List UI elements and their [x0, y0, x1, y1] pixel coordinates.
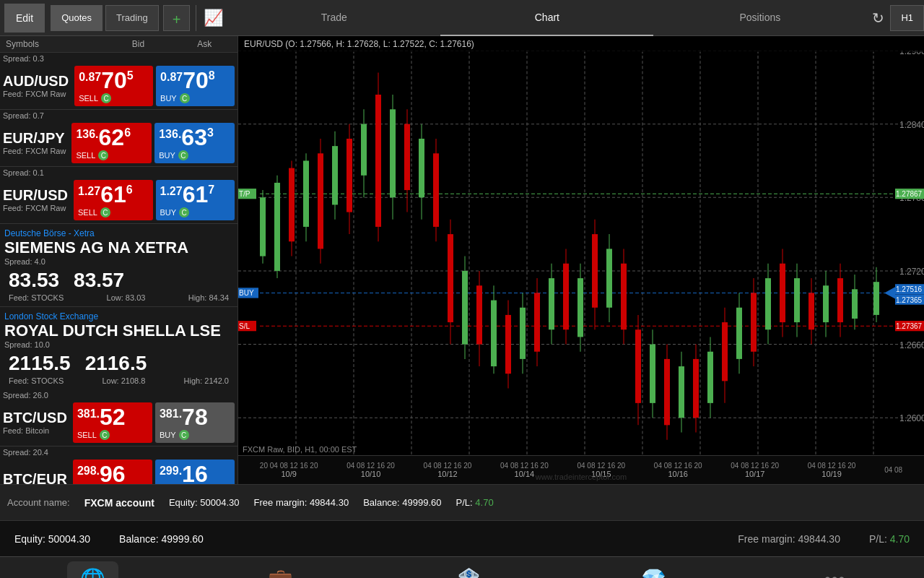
quotes-tab-button[interactable]: Quotes	[51, 5, 103, 31]
nav-brokers[interactable]: 🏦 Brokers	[442, 561, 494, 578]
siemens-ask: 83.57	[74, 269, 124, 292]
eurjpy-spread: Spread: 0.7	[3, 111, 235, 120]
bid-header: Bid	[105, 36, 172, 52]
audusd-feed: Feed: FXCM Raw	[3, 90, 69, 98]
svg-text:1.28400: 1.28400	[899, 120, 924, 130]
siemens-bid: 83.53	[9, 269, 59, 292]
nav-quotes[interactable]: 🌐 Quotes	[67, 561, 118, 578]
eurusd-feed: Feed: FXCM Raw	[3, 204, 68, 212]
audusd-buy-button[interactable]: 0.87708 BUYC	[156, 66, 235, 106]
svg-marker-107	[884, 287, 895, 298]
shell-spread: Spread: 10.0	[4, 340, 233, 349]
eurjpy-buy-button[interactable]: 136.633 BUYC	[154, 123, 235, 163]
nav-more[interactable]: ••• More	[812, 562, 856, 579]
siemens-feed: Feed: STOCKS	[9, 293, 64, 302]
bottom-free-margin: Free margin: 49844.30	[738, 533, 840, 545]
btcusd-spread: Spread: 26.0	[3, 391, 235, 400]
eurusd-sell-button[interactable]: 1.27616 SELLC	[74, 180, 153, 220]
nav-binary[interactable]: 💎 Binary	[629, 561, 678, 578]
siemens-low: Low: 83.03	[107, 293, 146, 302]
trading-tab-button[interactable]: Trading	[105, 5, 159, 31]
account-name-value: FXCM account	[84, 497, 154, 509]
btcusd-sell-button[interactable]: 381.52 SELLC	[73, 402, 152, 443]
svg-text:1.27365: 1.27365	[896, 296, 923, 304]
btceur-buy-button[interactable]: 299.16 BUYC	[155, 460, 235, 484]
audusd-sell-button[interactable]: 0.87705 SELLC	[74, 66, 153, 106]
account-name-label: Account name:	[7, 497, 70, 508]
siemens-section: Deutsche Börse - Xetra SIEMENS AG NA XET…	[0, 224, 237, 306]
positions-tab[interactable]: Positions	[653, 0, 866, 36]
btceur-row: Spread: 20.4 BTC/EUR 298.96 SELLC 299.16…	[0, 447, 237, 484]
siemens-detail: Feed: STOCKS Low: 83.03 High: 84.34	[4, 293, 233, 305]
pl-stat: P/L: 4.70	[456, 497, 494, 508]
svg-text:1.27516: 1.27516	[896, 285, 923, 293]
shell-ask: 2116.5	[85, 352, 147, 375]
more-nav-icon: •••	[824, 568, 845, 579]
deutsche-exchange: Deutsche Börse - Xetra	[4, 228, 233, 238]
svg-text:1.27200: 1.27200	[899, 267, 924, 277]
chart-nav-icon[interactable]: 📈	[204, 9, 223, 27]
quotes-nav-icon: 🌐	[80, 567, 105, 578]
eurusd-buy-button[interactable]: 1.27617 BUYC	[156, 180, 235, 220]
chart-bottom-info: FXCM Raw, BID, H1, 00:00 EST	[243, 445, 357, 454]
add-button[interactable]: +	[163, 5, 191, 31]
btcusd-name: BTC/USD	[3, 410, 67, 426]
audusd-row: Spread: 0.3 AUD/USD Feed: FXCM Raw 0.877…	[0, 53, 237, 110]
free-margin-stat: Free margin: 49844.30	[254, 497, 349, 508]
center-nav: Trade Chart Positions	[227, 0, 866, 36]
lse-exchange: London Stock Exchange	[4, 311, 233, 322]
main-content: Symbols Bid Ask Spread: 0.3 AUD/USD Feed…	[0, 36, 924, 484]
nav-portfolio[interactable]: 💼 Portfolio	[253, 561, 308, 578]
bottom-nav: 🌐 Quotes 💼 Portfolio 🏦 Brokers 💎 Binary …	[0, 556, 924, 578]
siemens-prices: 83.53 83.57	[4, 267, 233, 293]
shell-prices: 2115.5 2116.5	[4, 350, 233, 376]
portfolio-nav-icon: 💼	[268, 567, 293, 578]
svg-text:BUY: BUY	[239, 289, 254, 297]
timeframe-button[interactable]: H1	[890, 5, 924, 31]
btceur-name: BTC/EUR	[3, 471, 67, 485]
siemens-name: SIEMENS AG NA XETRA	[4, 238, 233, 257]
equity-stat: Equity: 50004.30	[169, 497, 240, 508]
ask-header: Ask	[171, 36, 237, 52]
shell-high: High: 2142.0	[184, 376, 229, 385]
refresh-icon[interactable]: ↻	[872, 9, 884, 27]
binary-nav-icon: 💎	[641, 567, 666, 578]
eurjpy-feed: Feed: FXCM Raw	[3, 147, 66, 155]
shell-section: London Stock Exchange ROYAL DUTCH SHELLA…	[0, 306, 237, 389]
chart-watermark: www.tradeinterceptor.com	[536, 473, 627, 481]
shell-bid: 2115.5	[9, 352, 71, 375]
top-bar: Edit Quotes Trading + 📈 Trade Chart Posi…	[0, 0, 924, 36]
eurjpy-sell-button[interactable]: 136.626 SELLC	[71, 123, 152, 163]
bottom-right-stats: Free margin: 49844.30 P/L: 4.70	[738, 533, 910, 545]
btcusd-feed: Feed: Bitcoin	[3, 426, 67, 435]
eurjpy-name: EUR/JPY	[3, 130, 66, 147]
siemens-high: High: 84.34	[188, 293, 229, 302]
bottom-stats-bar: Equity: 50004.30 Balance: 49999.60 Free …	[0, 520, 924, 556]
btcusd-row: Spread: 26.0 BTC/USD Feed: Bitcoin 381.5…	[0, 389, 237, 447]
quotes-header: Symbols Bid Ask	[0, 36, 237, 53]
btcusd-buy-button[interactable]: 381.78 BUYC	[155, 402, 235, 443]
audusd-spread: Spread: 0.3	[3, 54, 235, 63]
svg-text:1.27367: 1.27367	[896, 322, 923, 330]
edit-button[interactable]: Edit	[4, 4, 45, 33]
shell-name: ROYAL DUTCH SHELLA LSE	[4, 322, 233, 340]
chart-svg: 1.29000 1.28400 1.27800 1.27200 1.26600 …	[238, 51, 924, 484]
bottom-balance: Balance: 49999.60	[119, 533, 204, 545]
svg-text:S/L: S/L	[239, 322, 250, 330]
btceur-sell-button[interactable]: 298.96 SELLC	[73, 460, 152, 484]
chart-info-bar: EUR/USD (O: 1.27566, H: 1.27628, L: 1.27…	[238, 36, 924, 52]
trade-tab[interactable]: Trade	[227, 0, 440, 36]
chart-tab[interactable]: Chart	[440, 0, 653, 36]
shell-low: Low: 2108.8	[102, 376, 145, 385]
left-panel: Symbols Bid Ask Spread: 0.3 AUD/USD Feed…	[0, 36, 238, 484]
bottom-equity: Equity: 50004.30	[14, 533, 90, 545]
chart-area[interactable]: EUR/USD (O: 1.27566, H: 1.27628, L: 1.27…	[238, 36, 924, 484]
eurjpy-row: Spread: 0.7 EUR/JPY Feed: FXCM Raw 136.6…	[0, 110, 237, 167]
balance-stat: Balance: 49999.60	[363, 497, 441, 508]
symbols-header: Symbols	[0, 36, 105, 52]
eurusd-row: Spread: 0.1 EUR/USD Feed: FXCM Raw 1.276…	[0, 167, 237, 224]
bottom-pl: P/L: 4.70	[869, 533, 910, 545]
svg-text:T/P: T/P	[239, 190, 250, 198]
svg-text:1.27867: 1.27867	[896, 190, 923, 198]
svg-text:1.26000: 1.26000	[899, 413, 924, 423]
